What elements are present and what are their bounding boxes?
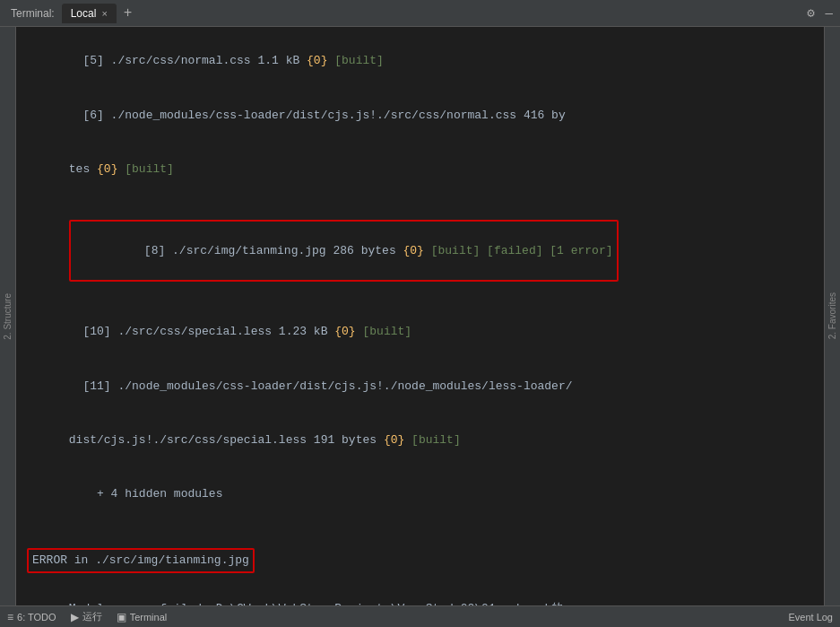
terminal-line-hidden: + 4 hidden modules <box>27 467 813 521</box>
status-todo[interactable]: ≡ 6: TODO <box>7 611 56 623</box>
add-tab-icon[interactable]: + <box>124 5 133 22</box>
event-log[interactable]: Event Log <box>788 612 833 623</box>
error-box-main: ERROR in ./src/img/tianming.jpg <box>27 548 255 573</box>
status-bar: ≡ 6: TODO ▶ 运行 ▣ Terminal Event Log <box>0 605 840 627</box>
tab-close-icon[interactable]: × <box>101 8 107 19</box>
todo-label: 6: TODO <box>17 612 56 623</box>
error-in-box: ERROR in ./src/img/tianming.jpg <box>27 543 813 579</box>
gear-icon[interactable]: ⚙ <box>807 5 814 21</box>
module-parse-line1: Module parse failed: D:\CWork\WebStormPr… <box>27 582 813 605</box>
run-icon: ▶ <box>71 611 79 623</box>
terminal-label: Terminal <box>130 612 168 623</box>
status-bar-left: ≡ 6: TODO ▶ 运行 ▣ Terminal <box>7 610 167 623</box>
terminal-line-11: [11] ./node_modules/css-loader/dist/cjs.… <box>27 359 813 413</box>
run-label: 运行 <box>82 610 102 623</box>
status-terminal[interactable]: ▣ Terminal <box>117 611 168 623</box>
side-label-right: 2. Favorites <box>824 27 840 605</box>
tab-local[interactable]: Local × <box>62 4 117 23</box>
title-bar: Terminal: Local × + ⚙ — <box>0 0 840 27</box>
error-box-line8: [8] ./src/img/tianming.jpg 286 bytes {0}… <box>69 220 619 281</box>
favorites-label: 2. Favorites <box>827 292 837 339</box>
tab-local-label: Local <box>71 7 97 20</box>
terminal-container: 2. Structure [5] ./src/css/normal.css 1.… <box>0 27 840 605</box>
terminal-line-5: [5] ./src/css/normal.css 1.1 kB {0} [bui… <box>27 34 813 88</box>
status-run[interactable]: ▶ 运行 <box>71 610 102 623</box>
event-log-label: Event Log <box>788 612 833 623</box>
app-label: Terminal: <box>7 7 58 20</box>
side-label-left: 2. Structure <box>0 27 16 605</box>
terminal-line-11b: dist/cjs.js!./src/css/special.less 191 b… <box>27 414 813 467</box>
terminal-line-10: [10] ./src/css/special.less 1.23 kB {0} … <box>27 305 813 359</box>
terminal-icon: ▣ <box>117 611 126 623</box>
terminal-line-6: [6] ./node_modules/css-loader/dist/cjs.j… <box>27 88 813 142</box>
terminal-content[interactable]: [5] ./src/css/normal.css 1.1 kB {0} [bui… <box>16 27 824 605</box>
todo-icon: ≡ <box>7 611 13 623</box>
title-bar-right: ⚙ — <box>807 5 833 21</box>
terminal-line-6b: tes {0} [built] <box>27 143 813 196</box>
title-bar-left: Terminal: Local × + <box>7 4 132 23</box>
structure-label: 2. Structure <box>3 293 13 340</box>
minimize-icon[interactable]: — <box>826 6 833 21</box>
terminal-line-8: [8] ./src/img/tianming.jpg 286 bytes {0}… <box>27 196 813 305</box>
